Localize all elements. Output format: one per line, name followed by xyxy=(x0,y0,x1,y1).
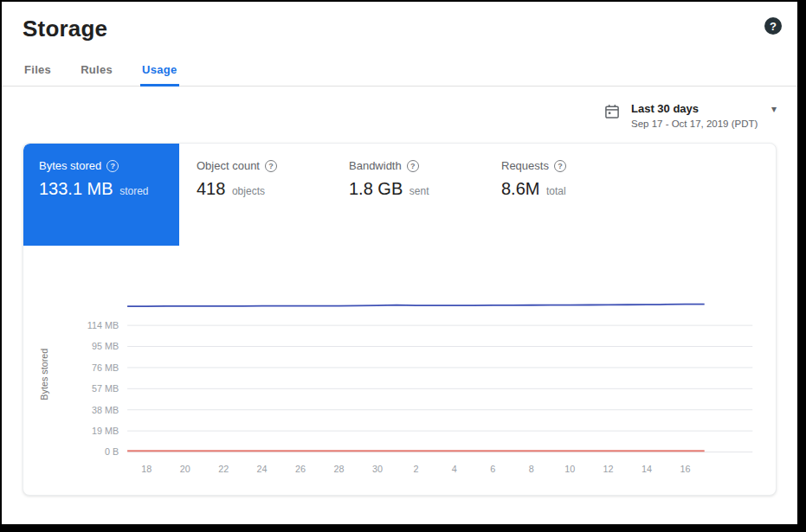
svg-text:95 MB: 95 MB xyxy=(92,341,119,351)
svg-text:76 MB: 76 MB xyxy=(92,362,119,373)
usage-card: Bytes stored ? 133.1 MB stored Object co… xyxy=(23,143,777,496)
metric-unit-text: stored xyxy=(119,185,148,197)
metric-value-text: 133.1 MB xyxy=(39,179,113,198)
help-circle-icon[interactable]: ? xyxy=(407,160,419,172)
storage-page: Storage ? Files Rules Usage Last 30 days… xyxy=(2,2,797,524)
svg-text:26: 26 xyxy=(295,464,306,474)
metric-label-text: Object count xyxy=(197,159,260,172)
metric-unit-text: objects xyxy=(232,185,265,197)
help-circle-icon[interactable]: ? xyxy=(554,160,566,172)
metric-value-text: 1.8 GB xyxy=(349,179,403,198)
svg-text:16: 16 xyxy=(680,464,690,474)
metric-unit-text: total xyxy=(546,185,566,197)
calendar-icon xyxy=(603,103,621,120)
metric-label: Requests ? xyxy=(501,159,628,172)
svg-text:114 MB: 114 MB xyxy=(87,320,119,330)
metric-value: 133.1 MB stored xyxy=(39,179,167,199)
svg-text:8: 8 xyxy=(529,464,534,474)
date-range-detail: Sep 17 - Oct 17, 2019 (PDT) xyxy=(631,119,777,129)
help-circle-icon[interactable]: ? xyxy=(106,160,119,172)
tab-rules[interactable]: Rules xyxy=(79,54,114,87)
help-icon[interactable]: ? xyxy=(764,17,782,35)
metric-label: Object count ? xyxy=(197,159,323,172)
svg-text:24: 24 xyxy=(257,464,268,474)
metric-value-text: 418 xyxy=(197,179,225,198)
svg-text:19 MB: 19 MB xyxy=(92,426,119,436)
tab-files[interactable]: Files xyxy=(23,54,53,87)
metric-value: 1.8 GB sent xyxy=(349,179,475,199)
date-range-selector[interactable]: Last 30 days ▾ Sep 17 - Oct 17, 2019 (PD… xyxy=(603,102,777,129)
tab-usage[interactable]: Usage xyxy=(140,54,179,87)
metric-label-text: Bandwidth xyxy=(349,159,402,172)
svg-text:22: 22 xyxy=(218,464,229,474)
tab-bar: Files Rules Usage xyxy=(2,54,797,87)
svg-text:30: 30 xyxy=(372,464,383,474)
metric-requests[interactable]: Requests ? 8.6M total xyxy=(484,144,636,246)
svg-text:6: 6 xyxy=(490,464,495,474)
page-header: Storage ? xyxy=(2,2,797,42)
svg-text:18: 18 xyxy=(141,464,152,474)
metric-value: 418 objects xyxy=(197,179,323,199)
page-title: Storage xyxy=(23,16,107,42)
metric-label-text: Bytes stored xyxy=(39,159,101,172)
metric-bandwidth[interactable]: Bandwidth ? 1.8 GB sent xyxy=(332,144,484,246)
metric-value-text: 8.6M xyxy=(501,179,539,198)
svg-text:0 B: 0 B xyxy=(105,446,119,457)
svg-text:57 MB: 57 MB xyxy=(92,383,119,394)
metric-unit-text: sent xyxy=(409,185,429,197)
svg-text:12: 12 xyxy=(603,464,614,474)
svg-text:20: 20 xyxy=(180,464,190,474)
metric-label: Bytes stored ? xyxy=(39,159,167,172)
svg-text:10: 10 xyxy=(564,464,575,474)
chart-container: 0 B19 MB38 MB57 MB76 MB95 MB114 MB182022… xyxy=(23,246,776,495)
metrics-row: Bytes stored ? 133.1 MB stored Object co… xyxy=(23,144,776,246)
metric-label-text: Requests xyxy=(501,159,549,172)
date-range-label: Last 30 days xyxy=(631,102,699,115)
svg-text:28: 28 xyxy=(334,464,345,474)
metric-label: Bandwidth ? xyxy=(349,159,475,172)
svg-text:14: 14 xyxy=(642,464,652,474)
svg-text:2: 2 xyxy=(413,464,418,474)
date-range-text: Last 30 days ▾ Sep 17 - Oct 17, 2019 (PD… xyxy=(631,102,777,129)
chevron-down-icon[interactable]: ▾ xyxy=(756,103,777,115)
svg-text:Bytes stored: Bytes stored xyxy=(39,349,49,401)
date-range-row: Last 30 days ▾ Sep 17 - Oct 17, 2019 (PD… xyxy=(2,87,797,129)
help-circle-icon[interactable]: ? xyxy=(265,160,277,172)
svg-text:38 MB: 38 MB xyxy=(92,405,119,415)
svg-text:4: 4 xyxy=(452,464,457,474)
usage-line-chart: 0 B19 MB38 MB57 MB76 MB95 MB114 MB182022… xyxy=(34,284,765,486)
metric-value: 8.6M total xyxy=(501,179,628,199)
metric-object-count[interactable]: Object count ? 418 objects xyxy=(179,144,332,246)
metric-bytes-stored[interactable]: Bytes stored ? 133.1 MB stored xyxy=(23,144,179,246)
